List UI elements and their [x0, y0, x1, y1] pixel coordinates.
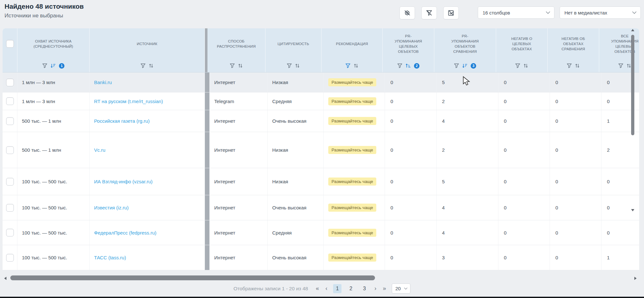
source-cell: ИА Взгляд-инфо (vzsar.ru) — [90, 168, 205, 195]
source-link[interactable]: ФедералПресс (fedpress.ru) — [94, 230, 157, 236]
row-checkbox[interactable] — [6, 146, 14, 154]
table-row[interactable]: 100 тыс. — 500 тыс. ФедералПресс (fedpre… — [3, 220, 639, 245]
vertical-scrollbar-thumb[interactable] — [631, 35, 634, 135]
reset-settings-button[interactable] — [399, 6, 415, 19]
sort-icon[interactable] — [149, 63, 154, 68]
medialist-select[interactable]: Нет в медиалистах — [560, 6, 641, 19]
column-header-pr-target[interactable]: PR-УПОМИНАНИЯ ЦЕЛЕВЫХ ОБЪЕКТОВ 2 — [383, 28, 434, 72]
column-header-neg-compare[interactable]: НЕГАТИВ ОБ ОБЪЕКТАХ СРАВНЕНИЯ — [548, 28, 599, 72]
citation-value: Низкая — [272, 147, 288, 153]
row-checkbox[interactable] — [6, 97, 14, 105]
reach-value: 100 тыс. — 500 тыс. — [22, 255, 67, 260]
page-size-select[interactable]: 20 — [392, 284, 410, 293]
column-header-source[interactable]: ИСТОЧНИК — [90, 28, 205, 72]
table-row[interactable]: 100 тыс. — 500 тыс. ТАСС (tass.ru) Интер… — [3, 245, 639, 270]
recommendation-badge: Размещайтесь чаще — [328, 117, 376, 125]
column-label: НЕГАТИВ О ЦЕЛЕВЫХ ОБЪЕКТАХ — [502, 36, 542, 52]
all-mentions-value: 1 — [607, 255, 610, 260]
table-row[interactable]: 100 тыс. — 500 тыс. Известия (iz.ru) Инт… — [3, 195, 639, 220]
filter-icon[interactable] — [397, 63, 402, 68]
source-link[interactable]: RT на русском (t.me/rt_russian) — [94, 99, 163, 104]
column-header-neg-target[interactable]: НЕГАТИВ О ЦЕЛЕВЫХ ОБЪЕКТАХ — [496, 28, 548, 72]
sort-icon[interactable] — [575, 63, 580, 68]
source-link[interactable]: Banki.ru — [94, 80, 112, 85]
reach-value: 100 тыс. — 500 тыс. — [22, 230, 67, 236]
table-row[interactable]: 500 тыс. — 1 млн Vc.ru Интернет Низкая Р… — [3, 132, 639, 168]
table-row[interactable]: 1 млн — 3 млн Banki.ru Интернет Низкая Р… — [3, 72, 639, 92]
next-page-button[interactable]: › — [374, 285, 377, 292]
source-cell: ТАСС (tass.ru) — [90, 245, 205, 270]
toolbar — [399, 6, 459, 19]
column-header-pr-compare[interactable]: PR-УПОМИНАНИЯ ОБЪЕКТОВ СРАВНЕНИЯ 3 — [434, 28, 496, 72]
reach-cell: 100 тыс. — 500 тыс. — [17, 168, 90, 195]
column-header-reach[interactable]: ОХВАТ ИСТОЧНИКА (СРЕДНЕСУТОЧНЫЙ) 1 — [17, 28, 90, 72]
filter-icon[interactable] — [454, 63, 459, 68]
sort-desc-icon[interactable] — [50, 63, 56, 68]
source-link[interactable]: Vc.ru — [94, 147, 105, 153]
sort-asc-icon[interactable] — [405, 63, 411, 68]
sort-icon[interactable] — [295, 63, 300, 68]
all-mentions-value: 0 — [607, 99, 610, 104]
filter-icon[interactable] — [287, 63, 292, 68]
last-page-button[interactable]: » — [382, 285, 387, 292]
filter-icon[interactable] — [515, 63, 520, 68]
source-link[interactable]: ТАСС (tass.ru) — [94, 255, 126, 260]
frozen-column-divider — [205, 220, 210, 245]
source-link[interactable]: Российская газета (rg.ru) — [94, 118, 149, 124]
neg-compare-cell: 0 — [550, 110, 601, 132]
page-button-2[interactable]: 2 — [347, 284, 355, 293]
filter-icon[interactable] — [230, 63, 235, 68]
table-row[interactable]: 100 тыс. — 500 тыс. ИА Взгляд-инфо (vzsa… — [3, 168, 639, 195]
source-link[interactable]: ИА Взгляд-инфо (vzsar.ru) — [94, 179, 153, 184]
column-header-citation[interactable]: ЦИТИРУЕМОСТЬ — [265, 28, 322, 72]
pr-compare-cell: 5 — [437, 168, 498, 195]
recommendation-cell: Размещайтесь чаще — [324, 220, 385, 245]
filter-icon[interactable] — [140, 63, 146, 68]
scroll-up-icon[interactable] — [631, 29, 634, 31]
sort-desc-icon[interactable] — [462, 63, 468, 68]
horizontal-scrollbar-thumb[interactable] — [10, 275, 375, 280]
scroll-left-icon[interactable] — [4, 277, 6, 280]
column-header-channel[interactable]: СПОСОБ РАСПРОСТРАНЕНИЯ — [207, 28, 265, 72]
select-all-checkbox[interactable] — [6, 40, 14, 48]
row-checkbox[interactable] — [6, 117, 14, 125]
clear-filters-button[interactable] — [421, 6, 437, 19]
table-row[interactable]: 500 тыс. — 1 млн Российская газета (rg.r… — [3, 110, 639, 132]
columns-select[interactable]: 16 столбцов — [478, 6, 554, 19]
filter-icon[interactable] — [567, 63, 572, 68]
table-row[interactable]: 1 млн — 3 млн RT на русском (t.me/rt_rus… — [3, 92, 639, 110]
pr-target-cell: 0 — [385, 168, 437, 195]
sort-icon[interactable] — [238, 63, 243, 68]
page-button-1[interactable]: 1 — [333, 284, 341, 293]
reach-value: 1 млн — 3 млн — [22, 80, 55, 85]
row-checkbox[interactable] — [6, 178, 14, 186]
scroll-right-icon[interactable] — [634, 277, 637, 280]
clear-selection-button[interactable] — [443, 6, 459, 19]
row-checkbox[interactable] — [6, 254, 14, 262]
all-mentions-value: 0 — [607, 179, 610, 184]
page-size-value: 20 — [395, 286, 401, 291]
checkbox-cell — [3, 195, 17, 220]
neg-target-cell: 0 — [498, 72, 550, 92]
filter-active-icon[interactable] — [345, 63, 351, 68]
reach-value: 1 млн — 3 млн — [22, 99, 55, 104]
filter-icon[interactable] — [618, 63, 623, 68]
row-checkbox[interactable] — [6, 79, 14, 86]
page-button-3[interactable]: 3 — [360, 284, 369, 293]
vertical-scrollbar[interactable] — [630, 29, 635, 211]
pr-target-cell: 0 — [385, 132, 437, 168]
sort-icon[interactable] — [523, 63, 528, 68]
column-header-recommendation[interactable]: РЕКОМЕНДАЦИЯ — [322, 28, 383, 72]
scroll-down-icon[interactable] — [631, 209, 634, 211]
row-checkbox[interactable] — [6, 204, 14, 212]
source-link[interactable]: Известия (iz.ru) — [94, 205, 129, 210]
prev-page-button[interactable]: ‹ — [325, 285, 328, 292]
recommendation-badge: Размещайтесь чаще — [328, 78, 376, 86]
row-checkbox[interactable] — [6, 229, 14, 236]
channel-cell: Интернет — [210, 168, 268, 195]
sort-icon[interactable] — [353, 63, 359, 68]
first-page-button[interactable]: « — [315, 285, 320, 292]
page-title: Найдено 48 источников — [5, 3, 84, 10]
channel-value: Интернет — [214, 118, 235, 124]
filter-icon[interactable] — [42, 63, 47, 68]
